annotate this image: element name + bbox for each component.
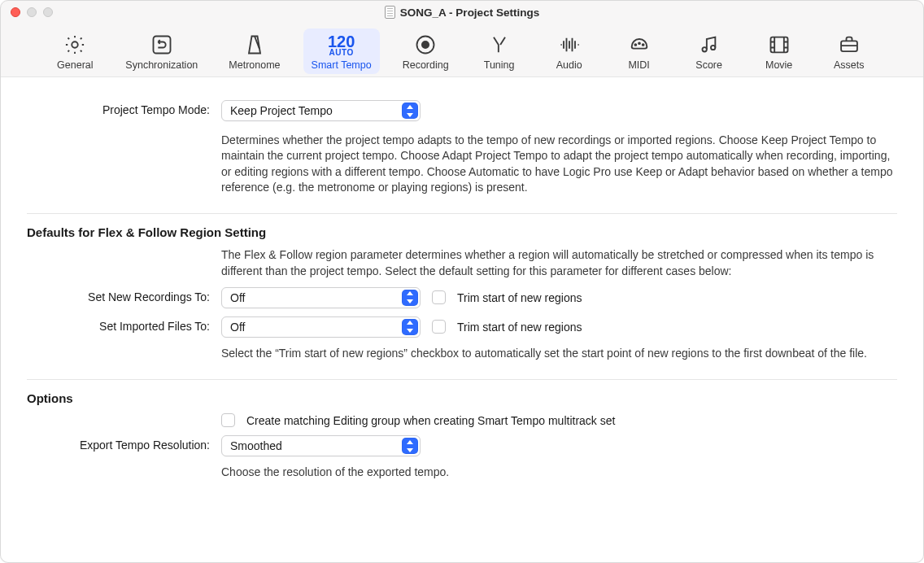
record-icon	[414, 33, 437, 56]
export-tempo-resolution-value: Smoothed	[230, 439, 282, 452]
window-title: SONG_A - Project Settings	[1, 6, 923, 19]
trim-new-recordings-checkbox[interactable]	[432, 290, 446, 304]
document-icon	[385, 6, 395, 19]
project-tempo-mode-popup[interactable]: Keep Project Tempo	[221, 100, 421, 121]
tab-audio[interactable]: Audio	[542, 28, 597, 74]
waveform-icon	[558, 33, 581, 56]
trim-new-recordings-label: Trim start of new regions	[457, 291, 582, 304]
export-tempo-resolution-popup[interactable]: Smoothed	[221, 435, 421, 456]
zoom-window-button[interactable]	[43, 7, 53, 17]
popup-stepper-icon	[402, 438, 418, 454]
tab-sync-label: Synchronization	[125, 59, 198, 71]
close-window-button[interactable]	[11, 7, 20, 17]
set-imported-files-popup[interactable]: Off	[221, 316, 421, 338]
tab-recording[interactable]: Recording	[394, 28, 457, 74]
export-tempo-resolution-label: Export Tempo Resolution:	[27, 435, 210, 452]
traffic-lights	[11, 7, 53, 17]
minimize-window-button[interactable]	[27, 7, 37, 17]
tab-movie[interactable]: Movie	[752, 28, 807, 74]
tab-synchronization[interactable]: Synchronization	[117, 28, 206, 74]
project-settings-window: SONG_A - Project Settings General Synchr…	[0, 0, 924, 563]
svg-point-0	[72, 41, 78, 47]
tab-audio-label: Audio	[556, 59, 582, 71]
tab-tuning[interactable]: Tuning	[472, 28, 527, 74]
project-tempo-mode-label: Project Tempo Mode:	[27, 100, 210, 116]
tab-score[interactable]: Score	[682, 28, 737, 74]
svg-point-5	[639, 42, 640, 44]
export-tempo-resolution-description: Choose the resolution of the exported te…	[221, 465, 897, 480]
create-editing-group-checkbox[interactable]	[221, 413, 235, 427]
section-divider	[27, 213, 897, 214]
smart-tempo-panel: Project Tempo Mode: Keep Project Tempo D…	[1, 76, 923, 562]
popup-stepper-icon	[402, 319, 418, 335]
tab-recording-label: Recording	[403, 59, 449, 71]
tab-tuning-label: Tuning	[484, 59, 515, 71]
set-new-recordings-label: Set New Recordings To:	[27, 287, 210, 303]
tab-midi-label: MIDI	[628, 59, 649, 71]
tab-metronome[interactable]: Metronome	[220, 28, 288, 74]
tab-smart-tempo-label: Smart Tempo	[312, 59, 372, 71]
create-editing-group-label: Create matching Editing group when creat…	[246, 414, 615, 427]
svg-rect-9	[770, 37, 787, 53]
film-icon	[768, 33, 791, 56]
window-title-text: SONG_A - Project Settings	[400, 7, 539, 19]
set-imported-files-label: Set Imported Files To:	[27, 316, 210, 333]
flex-follow-intro: The Flex & Follow region parameter deter…	[221, 247, 897, 279]
tab-assets[interactable]: Assets	[822, 28, 877, 74]
tab-general-label: General	[57, 59, 93, 71]
sync-icon	[150, 33, 173, 56]
tab-score-label: Score	[695, 59, 722, 71]
smart-tempo-icon: 120 AUTO	[328, 33, 355, 56]
popup-stepper-icon	[402, 290, 418, 306]
gear-icon	[63, 33, 86, 56]
section-divider	[27, 379, 897, 380]
tab-movie-label: Movie	[765, 59, 792, 71]
trim-description: Select the “Trim start of new regions” c…	[221, 346, 897, 361]
settings-toolbar: General Synchronization Metronome 120 AU…	[1, 24, 923, 76]
set-new-recordings-popup[interactable]: Off	[221, 287, 421, 308]
options-heading: Options	[27, 391, 897, 405]
flex-follow-heading: Defaults for Flex & Follow Region Settin…	[27, 225, 897, 239]
metronome-icon	[243, 33, 266, 56]
svg-rect-1	[153, 37, 170, 54]
tab-assets-label: Assets	[834, 59, 865, 71]
tab-metronome-label: Metronome	[229, 59, 280, 71]
midi-icon	[628, 33, 651, 56]
music-notes-icon	[698, 33, 721, 56]
tab-smart-tempo[interactable]: 120 AUTO Smart Tempo	[303, 28, 380, 74]
project-tempo-mode-description: Determines whether the project tempo ada…	[221, 133, 897, 195]
set-imported-files-value: Off	[230, 321, 245, 334]
tab-general[interactable]: General	[47, 28, 102, 74]
set-new-recordings-value: Off	[230, 291, 245, 304]
tuning-fork-icon	[488, 33, 511, 56]
trim-imported-checkbox[interactable]	[432, 320, 446, 334]
svg-point-3	[422, 41, 429, 48]
svg-point-4	[634, 44, 636, 46]
briefcase-icon	[838, 33, 861, 56]
popup-stepper-icon	[402, 103, 418, 119]
titlebar: SONG_A - Project Settings	[1, 1, 923, 24]
tab-midi[interactable]: MIDI	[612, 28, 667, 74]
svg-point-6	[642, 44, 643, 46]
project-tempo-mode-value: Keep Project Tempo	[230, 104, 333, 117]
trim-imported-label: Trim start of new regions	[457, 321, 582, 334]
